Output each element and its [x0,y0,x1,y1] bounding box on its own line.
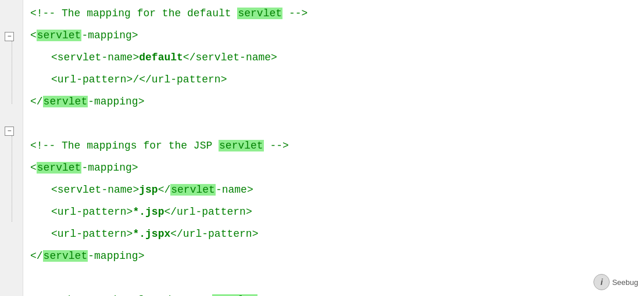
code-token: </ [30,96,43,107]
code-token: servlet [237,8,282,19]
code-token: </servlet-name> [183,52,277,63]
code-token: < [30,162,37,174]
code-line: <!-- The mappings for the JSP servlet --… [30,135,644,157]
code-token: servlet [219,140,264,151]
code-token: servlet [43,96,88,107]
code-token: -name> [216,184,253,196]
code-line: <servlet-name>default</servlet-name> [30,46,644,68]
code-line: <!-- The mapping for the default servlet… [30,2,644,24]
code-token: </url-pattern> [164,206,252,218]
code-token: </ [30,250,43,262]
seebug-label: Seebug [612,278,638,287]
code-line: <servlet-name>jsp</servlet-name> [30,179,644,201]
code-token: servlet [37,162,82,174]
code-token: <url-pattern> [51,228,133,240]
code-token: <url-pattern> [51,206,133,218]
code-line: <servlet-mapping> [30,157,644,179]
code-line: <servlet-mapping> [30,24,644,46]
code-token: < [30,30,37,41]
code-token: -mapping> [81,162,138,174]
code-token: servlet [43,250,88,262]
code-token: <servlet-name> [51,52,139,63]
fold-marker-2[interactable]: − [5,127,14,136]
seebug-watermark: i Seebug [593,274,638,290]
dotted-line-2 [12,136,12,222]
code-token: <!-- The mappings for the JSP [30,140,219,151]
code-line: <url-pattern>*.jsp</url-pattern> [30,201,644,223]
code-token: -mapping> [88,96,144,107]
code-token: <!-- The mapping for the default [30,8,237,19]
code-line: <!-- The mapping for the SSI servlet --> [30,289,644,296]
code-token: -mapping> [81,30,138,41]
code-token: servlet [170,184,216,196]
code-token: </url-pattern> [170,228,258,240]
code-line: </servlet-mapping> [30,91,644,113]
code-area: − − <!-- The mapping for the default ser… [0,0,644,296]
code-line: <url-pattern>*.jspx</url-pattern> [30,223,644,245]
seebug-icon: i [593,274,610,290]
code-token: -mapping> [88,250,144,262]
code-token: <servlet-name> [51,184,139,196]
gutter: − − [0,0,23,296]
code-token: servlet [37,30,82,41]
code-token: <url-pattern>/</url-pattern> [51,74,227,85]
code-content: <!-- The mapping for the default servlet… [23,0,644,296]
code-token: *.jspx [133,228,170,240]
code-token: --> [264,140,289,151]
code-token: jsp [139,184,158,196]
fold-marker-1[interactable]: − [5,32,14,41]
dotted-line-1 [12,41,12,104]
code-token: default [139,52,183,63]
code-token: </ [158,184,171,196]
code-token: --> [282,8,307,19]
code-line: <url-pattern>/</url-pattern> [30,68,644,91]
code-token: *.jsp [133,206,164,218]
code-line: </servlet-mapping> [30,245,644,267]
